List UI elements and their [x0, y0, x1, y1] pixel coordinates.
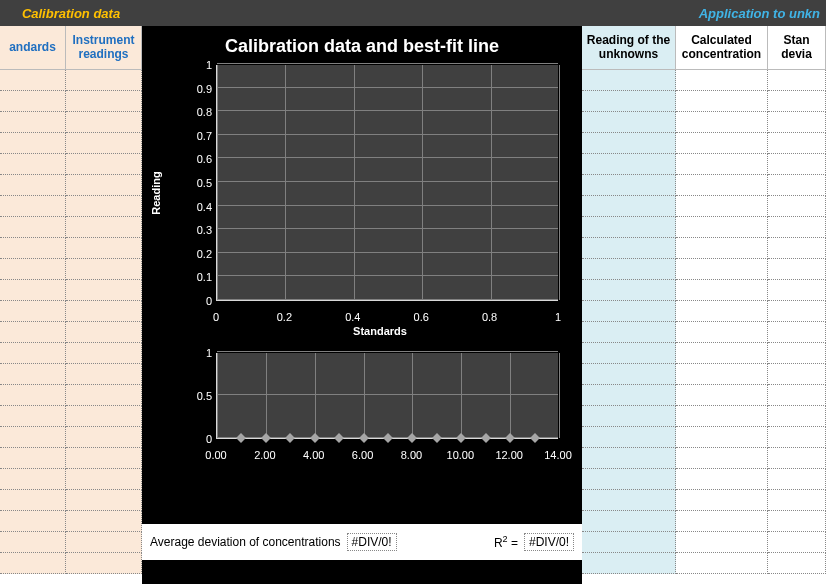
cell-instrument-reading[interactable]	[66, 490, 142, 511]
cell-standards[interactable]	[0, 448, 66, 469]
cell-reading-unknown[interactable]	[582, 364, 676, 385]
cell-std-deviation[interactable]	[768, 532, 826, 553]
cell-calc-concentration[interactable]	[676, 238, 768, 259]
cell-std-deviation[interactable]	[768, 406, 826, 427]
cell-calc-concentration[interactable]	[676, 406, 768, 427]
cell-reading-unknown[interactable]	[582, 112, 676, 133]
cell-calc-concentration[interactable]	[676, 133, 768, 154]
cell-reading-unknown[interactable]	[582, 301, 676, 322]
cell-calc-concentration[interactable]	[676, 112, 768, 133]
cell-calc-concentration[interactable]	[676, 427, 768, 448]
cell-reading-unknown[interactable]	[582, 133, 676, 154]
cell-std-deviation[interactable]	[768, 70, 826, 91]
cell-instrument-reading[interactable]	[66, 91, 142, 112]
cell-instrument-reading[interactable]	[66, 427, 142, 448]
cell-instrument-reading[interactable]	[66, 175, 142, 196]
cell-standards[interactable]	[0, 553, 66, 574]
cell-reading-unknown[interactable]	[582, 427, 676, 448]
cell-standards[interactable]	[0, 301, 66, 322]
cell-reading-unknown[interactable]	[582, 385, 676, 406]
cell-instrument-reading[interactable]	[66, 112, 142, 133]
cell-standards[interactable]	[0, 427, 66, 448]
cell-calc-concentration[interactable]	[676, 154, 768, 175]
cell-standards[interactable]	[0, 217, 66, 238]
cell-std-deviation[interactable]	[768, 280, 826, 301]
cell-std-deviation[interactable]	[768, 343, 826, 364]
cell-instrument-reading[interactable]	[66, 553, 142, 574]
cell-standards[interactable]	[0, 238, 66, 259]
cell-standards[interactable]	[0, 175, 66, 196]
cell-instrument-reading[interactable]	[66, 154, 142, 175]
cell-calc-concentration[interactable]	[676, 217, 768, 238]
cell-standards[interactable]	[0, 154, 66, 175]
cell-std-deviation[interactable]	[768, 490, 826, 511]
cell-standards[interactable]	[0, 70, 66, 91]
cell-std-deviation[interactable]	[768, 91, 826, 112]
cell-std-deviation[interactable]	[768, 217, 826, 238]
cell-calc-concentration[interactable]	[676, 175, 768, 196]
cell-standards[interactable]	[0, 343, 66, 364]
cell-standards[interactable]	[0, 364, 66, 385]
cell-reading-unknown[interactable]	[582, 448, 676, 469]
cell-std-deviation[interactable]	[768, 427, 826, 448]
cell-std-deviation[interactable]	[768, 385, 826, 406]
cell-instrument-reading[interactable]	[66, 301, 142, 322]
cell-reading-unknown[interactable]	[582, 175, 676, 196]
cell-calc-concentration[interactable]	[676, 364, 768, 385]
cell-calc-concentration[interactable]	[676, 196, 768, 217]
cell-calc-concentration[interactable]	[676, 280, 768, 301]
cell-instrument-reading[interactable]	[66, 133, 142, 154]
cell-reading-unknown[interactable]	[582, 511, 676, 532]
cell-calc-concentration[interactable]	[676, 490, 768, 511]
cell-reading-unknown[interactable]	[582, 343, 676, 364]
cell-calc-concentration[interactable]	[676, 532, 768, 553]
cell-calc-concentration[interactable]	[676, 385, 768, 406]
cell-instrument-reading[interactable]	[66, 448, 142, 469]
cell-reading-unknown[interactable]	[582, 490, 676, 511]
cell-reading-unknown[interactable]	[582, 217, 676, 238]
cell-std-deviation[interactable]	[768, 469, 826, 490]
cell-standards[interactable]	[0, 532, 66, 553]
cell-std-deviation[interactable]	[768, 301, 826, 322]
cell-reading-unknown[interactable]	[582, 553, 676, 574]
cell-std-deviation[interactable]	[768, 238, 826, 259]
cell-standards[interactable]	[0, 511, 66, 532]
cell-reading-unknown[interactable]	[582, 322, 676, 343]
cell-reading-unknown[interactable]	[582, 469, 676, 490]
cell-std-deviation[interactable]	[768, 511, 826, 532]
cell-instrument-reading[interactable]	[66, 280, 142, 301]
cell-std-deviation[interactable]	[768, 175, 826, 196]
cell-instrument-reading[interactable]	[66, 511, 142, 532]
cell-reading-unknown[interactable]	[582, 238, 676, 259]
cell-calc-concentration[interactable]	[676, 553, 768, 574]
cell-calc-concentration[interactable]	[676, 469, 768, 490]
cell-reading-unknown[interactable]	[582, 259, 676, 280]
cell-reading-unknown[interactable]	[582, 70, 676, 91]
cell-standards[interactable]	[0, 490, 66, 511]
cell-reading-unknown[interactable]	[582, 532, 676, 553]
cell-std-deviation[interactable]	[768, 364, 826, 385]
cell-instrument-reading[interactable]	[66, 196, 142, 217]
cell-instrument-reading[interactable]	[66, 217, 142, 238]
cell-reading-unknown[interactable]	[582, 154, 676, 175]
cell-std-deviation[interactable]	[768, 553, 826, 574]
cell-std-deviation[interactable]	[768, 133, 826, 154]
cell-std-deviation[interactable]	[768, 112, 826, 133]
cell-standards[interactable]	[0, 385, 66, 406]
cell-calc-concentration[interactable]	[676, 259, 768, 280]
cell-instrument-reading[interactable]	[66, 238, 142, 259]
cell-std-deviation[interactable]	[768, 259, 826, 280]
cell-standards[interactable]	[0, 91, 66, 112]
cell-calc-concentration[interactable]	[676, 70, 768, 91]
cell-calc-concentration[interactable]	[676, 511, 768, 532]
cell-instrument-reading[interactable]	[66, 469, 142, 490]
cell-reading-unknown[interactable]	[582, 196, 676, 217]
cell-calc-concentration[interactable]	[676, 448, 768, 469]
cell-standards[interactable]	[0, 406, 66, 427]
cell-calc-concentration[interactable]	[676, 343, 768, 364]
cell-standards[interactable]	[0, 259, 66, 280]
cell-instrument-reading[interactable]	[66, 364, 142, 385]
cell-std-deviation[interactable]	[768, 448, 826, 469]
cell-instrument-reading[interactable]	[66, 532, 142, 553]
cell-standards[interactable]	[0, 196, 66, 217]
